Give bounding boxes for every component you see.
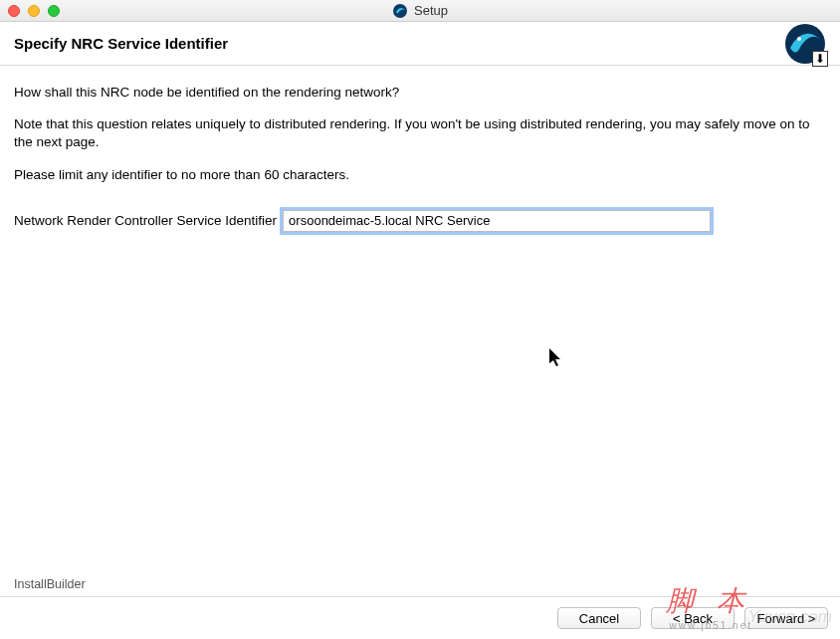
close-icon[interactable] (8, 5, 20, 17)
back-button[interactable]: < Back (651, 607, 735, 629)
svg-point-2 (797, 37, 801, 41)
minimize-icon[interactable] (28, 5, 40, 17)
cancel-button[interactable]: Cancel (557, 607, 641, 629)
product-logo: ⬇ (784, 23, 826, 65)
forward-button[interactable]: Forward > (744, 607, 828, 629)
download-arrow-icon: ⬇ (812, 51, 828, 67)
traffic-lights (8, 5, 60, 17)
limit-text: Please limit any identifier to no more t… (14, 166, 826, 184)
page-title: Specify NRC Service Identifier (14, 35, 228, 52)
identifier-field-row: Network Render Controller Service Identi… (14, 210, 826, 232)
cursor-icon (549, 348, 563, 371)
svg-point-0 (393, 4, 407, 18)
window-titlebar: Setup (0, 0, 840, 22)
maximize-icon[interactable] (48, 5, 60, 17)
note-text: Note that this question relates uniquely… (14, 115, 826, 151)
identifier-input[interactable] (283, 210, 711, 232)
installbuilder-brand: InstallBuilder (14, 577, 86, 591)
window-title: Setup (414, 3, 448, 18)
intro-question: How shall this NRC node be identified on… (14, 84, 826, 102)
page-header: Specify NRC Service Identifier ⬇ (0, 22, 840, 66)
app-icon (392, 3, 408, 19)
content-area: How shall this NRC node be identified on… (0, 66, 840, 246)
footer-buttons: Cancel < Back Forward > (557, 607, 828, 629)
window-title-wrap: Setup (392, 3, 448, 19)
identifier-label: Network Render Controller Service Identi… (14, 213, 277, 228)
footer-separator (0, 596, 840, 597)
